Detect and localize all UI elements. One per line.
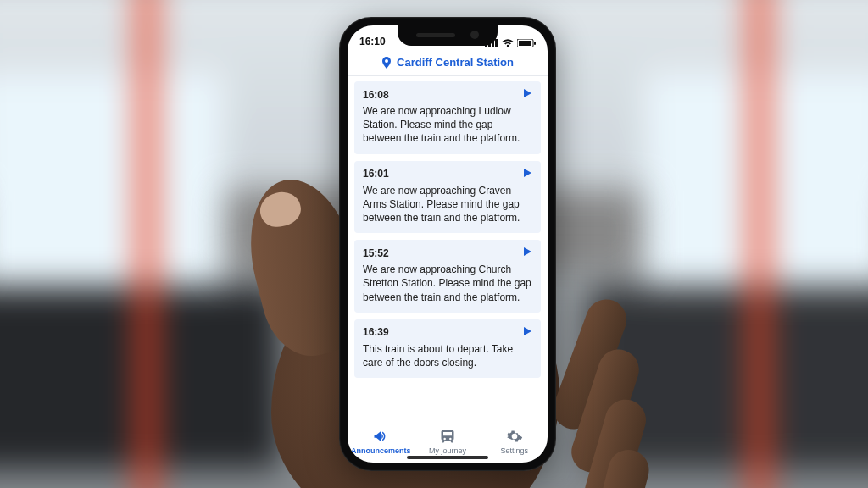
phone-frame: 16:10 Cardiff Central Station 16:08 We a… <box>339 17 556 471</box>
tab-announcements[interactable]: Announcements <box>348 419 415 463</box>
announcement-time: 16:08 <box>363 89 389 101</box>
location-pin-icon <box>381 57 392 69</box>
phone-notch <box>398 25 498 46</box>
location-header[interactable]: Cardiff Central Station <box>348 49 548 76</box>
announcement-feed[interactable]: 16:08 We are now approaching Ludlow Stat… <box>348 76 548 419</box>
svg-rect-6 <box>534 42 536 45</box>
announcement-card[interactable]: 15:52 We are now approaching Church Stre… <box>354 240 541 313</box>
announcement-time: 16:39 <box>363 326 389 338</box>
gear-icon <box>506 428 523 445</box>
play-icon[interactable] <box>522 247 532 259</box>
tab-label: Announcements <box>351 446 411 455</box>
announcement-card[interactable]: 16:39 This train is about to depart. Tak… <box>354 319 541 378</box>
announcement-time: 16:01 <box>363 168 389 180</box>
announcement-text: We are now approaching Ludlow Station. P… <box>363 104 532 146</box>
megaphone-icon <box>372 428 389 445</box>
announcement-text: We are now approaching Church Stretton S… <box>363 263 532 304</box>
svg-rect-3 <box>495 39 498 47</box>
status-time: 16:10 <box>359 36 386 47</box>
tab-label: My journey <box>429 446 466 455</box>
tab-settings[interactable]: Settings <box>481 419 548 463</box>
wifi-icon <box>502 39 514 47</box>
train-icon <box>439 428 456 445</box>
tab-label: Settings <box>500 446 528 455</box>
location-header-label: Cardiff Central Station <box>397 56 514 69</box>
play-icon[interactable] <box>522 168 532 180</box>
announcement-card[interactable]: 16:08 We are now approaching Ludlow Stat… <box>354 81 541 154</box>
announcement-text: We are now approaching Craven Arms Stati… <box>363 184 532 225</box>
svg-rect-5 <box>519 41 531 46</box>
phone-screen: 16:10 Cardiff Central Station 16:08 We a… <box>348 25 548 463</box>
battery-icon <box>517 39 536 47</box>
announcement-time: 15:52 <box>363 247 389 259</box>
play-icon[interactable] <box>522 326 532 339</box>
announcement-card[interactable]: 16:01 We are now approaching Craven Arms… <box>354 161 541 234</box>
home-indicator[interactable] <box>407 456 488 459</box>
announcement-text: This train is about to depart. Take care… <box>363 342 532 369</box>
play-icon[interactable] <box>522 88 532 101</box>
